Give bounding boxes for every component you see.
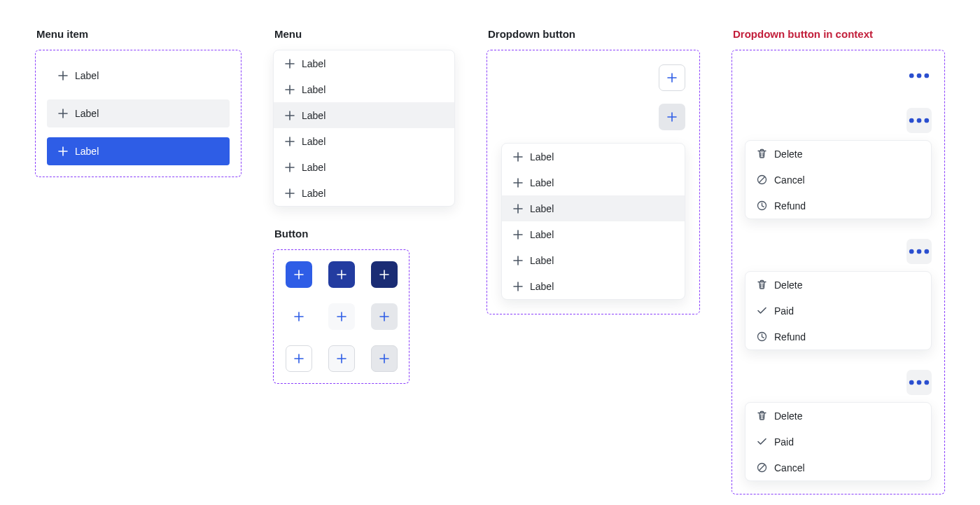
plus-icon [379,312,389,321]
menu-item-default[interactable]: Label [47,62,230,90]
clock-icon [757,200,767,211]
dropdown-trigger-outline[interactable] [659,64,685,91]
more-icon [906,63,932,88]
menu-item-label: Refund [774,331,806,343]
icon-button[interactable] [286,261,312,288]
menu-item-label: Paid [774,305,794,317]
section-dropdown: Dropdown button LabelLabelLabelLabelLabe… [486,28,700,314]
context-group: DeletePaidRefund [745,239,932,350]
context-group: DeleteCancelRefund [745,108,932,219]
trash-icon [757,148,767,159]
menu-item[interactable]: Label [502,221,685,247]
context-menu-item[interactable]: Refund [746,324,931,350]
menu-item-label: Label [530,229,554,240]
trash-icon [757,410,767,421]
icon-button[interactable] [328,303,355,330]
context-group: DeletePaidCancel [745,370,932,481]
context-menu-item[interactable]: Paid [746,429,931,455]
plus-icon [294,270,304,279]
menu-item[interactable]: Label [274,128,454,154]
dropdown-trigger-filled[interactable] [659,104,685,130]
plus-icon [285,85,295,95]
menu-item[interactable]: Label [274,180,454,206]
context-menu-item[interactable]: Cancel [746,455,931,480]
menu-item[interactable]: Label [274,76,454,102]
menu-item-label: Label [302,110,326,121]
icon-button[interactable] [328,345,355,372]
section-title: Menu [274,28,455,40]
menu-item-label: Label [530,151,554,162]
plus-icon [58,71,68,81]
icon-button[interactable] [286,303,312,330]
menu-item-states: Label Label Label [35,50,241,177]
menu-item[interactable]: Label [274,50,454,76]
plus-icon [513,204,523,214]
context-menu: DeletePaidCancel [745,402,932,481]
plus-icon [58,146,68,156]
plus-icon [285,137,295,146]
menu-item-label: Refund [774,200,806,212]
menu-item[interactable]: Label [502,273,685,299]
menu-item[interactable]: Label [502,195,685,221]
plus-icon [285,188,295,198]
menu-item-label: Label [302,136,326,147]
plus-icon [337,354,346,364]
section-title: Menu item [36,28,241,40]
plus-icon [379,354,389,364]
plus-icon [513,178,523,188]
check-icon [757,305,767,316]
plus-icon [285,59,295,69]
more-actions-button[interactable] [906,239,932,264]
menu-item-label: Delete [774,279,802,291]
trash-icon [757,279,767,290]
menu-item[interactable]: Label [502,247,685,273]
more-icon [906,239,932,264]
menu-item-label: Cancel [774,462,805,473]
icon-button[interactable] [328,261,355,288]
menu-item-label: Label [530,203,554,214]
icon-button[interactable] [371,303,398,330]
dropdown-menu: LabelLabelLabelLabelLabelLabel [501,143,685,300]
plus-icon [294,312,304,321]
menu-item-active[interactable]: Label [47,137,230,165]
more-actions-button[interactable] [906,63,932,88]
menu-item-hover[interactable]: Label [47,99,230,127]
menu-item-label: Label [302,84,326,95]
clock-icon [757,331,767,342]
plus-icon [294,354,304,364]
menu-item-label: Label [75,146,99,157]
more-actions-button[interactable] [906,370,932,395]
context-menu: DeleteCancelRefund [745,140,932,219]
icon-button[interactable] [371,261,398,288]
menu-item-label: Cancel [774,174,805,186]
plus-icon [513,230,523,240]
cancel-icon [757,174,767,185]
plus-icon [337,312,346,321]
menu-panel: LabelLabelLabelLabelLabelLabel [273,50,455,207]
menu-item[interactable]: Label [502,170,685,195]
plus-icon [513,282,523,291]
context-menu-item[interactable]: Delete [746,141,931,167]
context-menu-item[interactable]: Delete [746,272,931,298]
more-actions-button[interactable] [906,108,932,133]
menu-item[interactable]: Label [274,102,454,128]
context-menu-item[interactable]: Refund [746,193,931,219]
plus-icon [379,270,389,279]
plus-icon [513,152,523,162]
menu-item[interactable]: Label [274,154,454,180]
more-icon [906,108,932,133]
cancel-icon [757,462,767,473]
menu-item-label: Label [302,188,326,199]
icon-button[interactable] [371,345,398,372]
section-title: Dropdown button [488,28,700,40]
plus-icon [337,270,346,279]
context-menu-item[interactable]: Paid [746,298,931,324]
context-menu-item[interactable]: Cancel [746,167,931,193]
icon-button[interactable] [286,345,312,372]
plus-icon [667,112,677,122]
menu-item[interactable]: Label [502,144,685,170]
section-menu-item: Menu item Label Label Label [35,28,241,177]
context-menu-item[interactable]: Delete [746,403,931,429]
menu-item-label: Label [75,108,99,119]
menu-item-label: Delete [774,410,802,422]
